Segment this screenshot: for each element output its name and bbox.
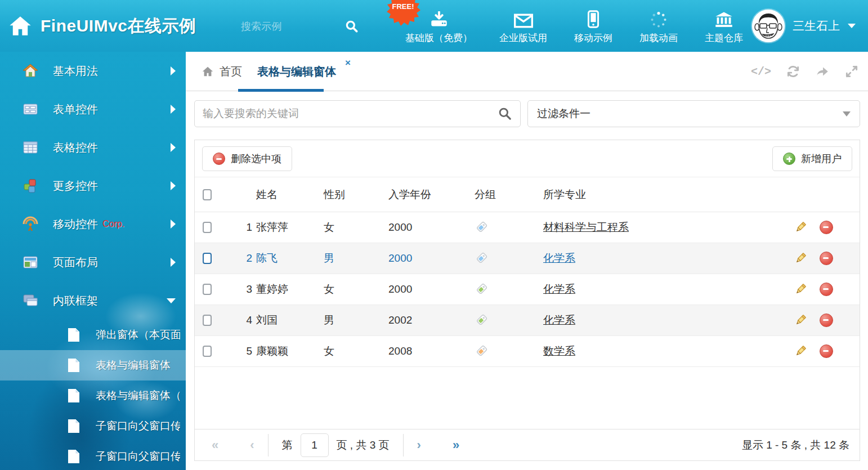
file-icon xyxy=(68,358,80,373)
row-checkbox[interactable] xyxy=(203,222,212,233)
row-checkbox[interactable] xyxy=(203,315,212,326)
header-search-input[interactable]: 搜索示例 xyxy=(241,16,359,37)
delete-row-icon[interactable] xyxy=(820,314,833,327)
sidebar-item-basic-usage[interactable]: 基本用法 xyxy=(0,52,186,90)
sidebar-item-more-controls[interactable]: 更多控件 xyxy=(0,167,186,205)
edit-pencil-icon[interactable] xyxy=(794,252,807,265)
filter-dropdown[interactable]: 过滤条件一 xyxy=(527,100,860,127)
sidebar-item-form-controls[interactable]: 表单控件 xyxy=(0,90,186,128)
sidebar-subitem-child-to-parent[interactable]: 子窗口向父窗口传值 xyxy=(0,411,186,441)
cell-year: 2008 xyxy=(388,345,475,357)
row-checkbox[interactable] xyxy=(203,284,212,295)
user-name[interactable]: 三生石上 xyxy=(793,18,840,34)
delete-row-icon[interactable] xyxy=(820,252,833,265)
edit-pencil-icon[interactable] xyxy=(794,221,807,234)
keyword-search-placeholder: 输入要搜索的关键词 xyxy=(203,106,498,121)
sidebar-subitem-child-to-parent-2[interactable]: 子窗口向父窗口传值... xyxy=(0,441,186,470)
expand-icon[interactable] xyxy=(844,64,859,79)
chevron-down-icon[interactable] xyxy=(848,24,856,28)
sidebar-subitem-label: 表格与编辑窗体（不... xyxy=(96,388,180,403)
sidebar-subitem-grid-edit-window-2[interactable]: 表格与编辑窗体（不... xyxy=(0,381,186,411)
major-link[interactable]: 数学系 xyxy=(543,345,575,357)
first-page-button[interactable]: « xyxy=(212,438,218,453)
tab-tools: </> xyxy=(751,52,859,91)
nav-mobile-demo[interactable]: 移动示例 xyxy=(563,0,624,52)
delete-row-icon[interactable] xyxy=(820,221,833,234)
sidebar-item-mobile-controls[interactable]: 移动控件 Corp. xyxy=(0,205,186,243)
sidebar-item-grid-controls[interactable]: 表格控件 xyxy=(0,128,186,167)
nav-theme-repo-label: 主题仓库 xyxy=(705,32,743,44)
cell-gender: 男 xyxy=(324,313,388,328)
delete-row-icon[interactable] xyxy=(820,344,833,358)
next-page-button[interactable]: › xyxy=(417,438,421,453)
grid-panel: 删除选中项 新增用户 姓名 性别 入学年份 分组 所学专业 1 xyxy=(194,140,860,461)
cell-name: 董婷婷 xyxy=(252,282,324,297)
page-number-input[interactable] xyxy=(301,433,329,457)
search-icon[interactable] xyxy=(498,106,512,121)
divider xyxy=(268,434,269,456)
tab-home[interactable]: 首页 xyxy=(202,52,242,91)
close-icon[interactable]: × xyxy=(345,57,351,69)
free-badge-label: FREE! xyxy=(385,2,421,11)
edit-pencil-icon[interactable] xyxy=(794,314,807,327)
file-icon xyxy=(68,388,80,403)
delete-row-icon[interactable] xyxy=(820,283,833,296)
column-header-year[interactable]: 入学年份 xyxy=(388,187,475,202)
add-user-button[interactable]: 新增用户 xyxy=(772,146,852,171)
table-row[interactable]: 5 康颖颖 女 2008 数学系 xyxy=(195,336,860,367)
chevron-right-icon xyxy=(171,258,176,267)
frames-icon xyxy=(23,293,38,308)
user-avatar[interactable] xyxy=(752,10,785,42)
column-header-name[interactable]: 姓名 xyxy=(252,187,324,202)
edit-pencil-icon[interactable] xyxy=(794,283,807,296)
share-icon[interactable] xyxy=(815,64,830,79)
table-row[interactable]: 2 陈飞 男 2000 化学系 xyxy=(195,243,860,274)
tab-grid-edit-window[interactable]: 表格与编辑窗体 × xyxy=(238,52,324,91)
row-checkbox[interactable] xyxy=(203,346,212,357)
nav-mobile-demo-label: 移动示例 xyxy=(574,32,612,44)
sidebar-subitem-grid-edit-window[interactable]: 表格与编辑窗体 xyxy=(0,350,186,381)
nav-loading-animation[interactable]: 加载动画 xyxy=(628,0,689,52)
major-link[interactable]: 化学系 xyxy=(543,252,575,264)
cell-year: 2002 xyxy=(388,314,475,326)
minus-circle-icon xyxy=(213,153,225,165)
view-source-icon[interactable]: </> xyxy=(751,65,771,78)
major-link[interactable]: 材料科学与工程系 xyxy=(543,221,629,233)
sidebar-subitem-popup-window[interactable]: 弹出窗体（本页面或... xyxy=(0,320,186,350)
download-icon xyxy=(430,8,448,28)
cell-name: 康颖颖 xyxy=(252,344,324,359)
edit-pencil-icon[interactable] xyxy=(794,344,807,358)
table-row[interactable]: 1 张萍萍 女 2000 材料科学与工程系 xyxy=(195,212,860,243)
nav-theme-repo[interactable]: 主题仓库 xyxy=(693,0,754,52)
cell-gender: 男 xyxy=(324,251,388,266)
column-header-gender[interactable]: 性别 xyxy=(324,187,388,202)
cubes-icon xyxy=(23,178,38,194)
major-link[interactable]: 化学系 xyxy=(543,314,575,326)
top-header: FineUIMvc在线示例 搜索示例 FREE! 基础版（免费） xyxy=(0,0,868,52)
table-row[interactable]: 3 董婷婷 女 2000 化学系 xyxy=(195,274,860,305)
keyword-search-input[interactable]: 输入要搜索的关键词 xyxy=(194,100,521,127)
search-icon[interactable] xyxy=(344,19,359,34)
refresh-icon[interactable] xyxy=(786,64,800,79)
last-page-button[interactable]: » xyxy=(453,438,459,453)
row-checkbox[interactable] xyxy=(203,253,212,264)
sidebar-item-iframe[interactable]: 内联框架 xyxy=(0,281,186,320)
tag-icon xyxy=(475,252,488,265)
nav-enterprise-trial[interactable]: 企业版试用 xyxy=(488,0,558,52)
nav-basic-edition-label: 基础版（免费） xyxy=(405,32,472,44)
select-all-checkbox[interactable] xyxy=(203,189,212,200)
delete-selected-button[interactable]: 删除选中项 xyxy=(202,146,292,171)
major-link[interactable]: 化学系 xyxy=(543,283,575,295)
tag-icon xyxy=(475,221,488,234)
sidebar-item-page-layout[interactable]: 页面布局 xyxy=(0,243,186,281)
home-icon[interactable] xyxy=(8,14,33,38)
column-header-major[interactable]: 所学专业 xyxy=(543,187,794,202)
prev-page-button[interactable]: ‹ xyxy=(250,438,254,453)
corp-badge: Corp. xyxy=(102,219,124,229)
sidebar-subitem-label: 子窗口向父窗口传值 xyxy=(96,419,180,433)
sidebar: 基本用法 表单控件 表格控件 更多控件 xyxy=(0,52,186,470)
table-row[interactable]: 4 刘国 男 2002 化学系 xyxy=(195,305,860,336)
row-index: 3 xyxy=(226,283,252,296)
column-header-group[interactable]: 分组 xyxy=(475,187,543,202)
chevron-down-icon xyxy=(843,111,851,117)
